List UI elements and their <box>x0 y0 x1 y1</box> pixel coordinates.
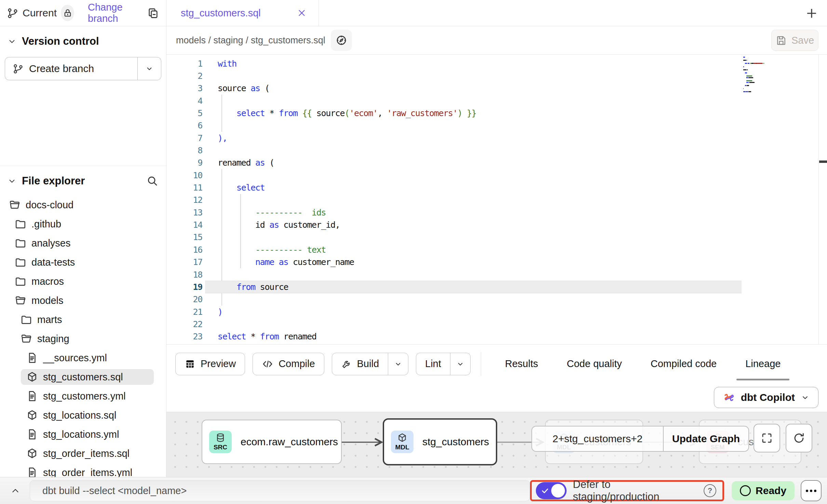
line-number: 2 <box>166 71 205 81</box>
update-graph-button[interactable]: Update Graph <box>664 426 748 451</box>
file-item-macros[interactable]: macros <box>0 272 166 291</box>
defer-toggle[interactable] <box>536 482 567 499</box>
file-item-stg_locations.yml[interactable]: stg_locations.yml <box>0 425 166 444</box>
preview-button[interactable]: Preview <box>175 353 245 375</box>
panel-tab-compiled-code[interactable]: Compiled code <box>636 345 731 383</box>
dbt-copilot-logo-icon <box>722 391 735 404</box>
panel-tab-lineage[interactable]: Lineage <box>731 345 795 383</box>
file-item-label: analyses <box>31 238 70 249</box>
file-item-data-tests[interactable]: data-tests <box>0 253 166 272</box>
file-item-stg_locations.sql[interactable]: stg_locations.sql <box>0 406 166 425</box>
more-options-button[interactable] <box>801 480 822 501</box>
file-item-analyses[interactable]: analyses <box>0 234 166 253</box>
help-icon[interactable]: ? <box>704 484 716 497</box>
folder-icon <box>15 218 26 230</box>
file-item-models[interactable]: models <box>0 291 166 310</box>
lint-dropdown[interactable] <box>450 353 470 375</box>
save-icon <box>776 35 787 46</box>
close-icon[interactable] <box>297 8 307 18</box>
lineage-panel[interactable]: SRCecom.raw_customersMDLstg_customersMDL… <box>166 412 827 477</box>
file-icon <box>26 390 38 402</box>
file-item-label: macros <box>31 276 64 287</box>
line-number: 5 <box>166 108 205 118</box>
save-button[interactable]: Save <box>771 30 818 51</box>
change-branch-link[interactable]: Change branch <box>88 2 143 24</box>
model-navigate-button[interactable] <box>331 30 352 51</box>
model-icon <box>26 448 38 459</box>
version-control-section: Version control Create branch <box>0 26 166 166</box>
editor-scrollbar[interactable] <box>818 55 827 344</box>
lineage-node-stg_customers[interactable]: MDLstg_customers <box>383 418 497 465</box>
file-icon <box>26 429 38 440</box>
compass-icon <box>335 34 348 46</box>
code-editor[interactable]: 1with23source as (45 select * from {{ so… <box>166 55 827 344</box>
line-number: 19 <box>166 282 205 292</box>
code-icon <box>262 358 273 370</box>
file-item-stg_customers.sql[interactable]: stg_customers.sql <box>0 367 166 387</box>
scrollbar-thumb[interactable] <box>819 160 827 163</box>
line-number: 23 <box>166 332 205 341</box>
build-dropdown[interactable] <box>388 353 408 375</box>
line-number: 6 <box>166 121 205 130</box>
command-input[interactable]: dbt build --select <model_name> <box>30 480 530 501</box>
search-icon[interactable] <box>146 175 159 187</box>
code-line-10: 10 <box>166 169 742 181</box>
status-bar: dbt build --select <model_name> Defer to… <box>0 477 827 504</box>
model-icon <box>26 371 38 383</box>
file-explorer-header[interactable]: File explorer <box>0 166 166 191</box>
file-item-stg_order_items.sql[interactable]: stg_order_items.sql <box>0 444 166 463</box>
code-line-22: 22 <box>166 318 742 330</box>
line-number: 14 <box>166 220 205 230</box>
build-button[interactable]: Build <box>332 353 388 375</box>
file-item-label: marts <box>37 314 62 325</box>
new-tab-button[interactable] <box>804 5 819 21</box>
build-button-group[interactable]: Build <box>332 353 409 375</box>
code-line-20: 20 <box>166 293 742 306</box>
file-item-label: docs-cloud <box>26 199 73 211</box>
code-line-4: 4 <box>166 95 742 107</box>
file-item-staging[interactable]: staging <box>0 329 166 348</box>
line-number: 11 <box>166 183 205 193</box>
compile-button[interactable]: Compile <box>253 353 324 375</box>
save-label: Save <box>791 35 814 46</box>
file-item-marts[interactable]: marts <box>0 310 166 329</box>
collapse-panel-button[interactable] <box>7 486 24 496</box>
tab-stg-customers[interactable]: stg_customers.sql <box>166 0 319 26</box>
copy-icon[interactable] <box>147 7 159 19</box>
file-item-stg_customers.yml[interactable]: stg_customers.yml <box>0 387 166 406</box>
minimap[interactable] <box>743 57 815 93</box>
panel-tab-code-quality[interactable]: Code quality <box>553 345 636 383</box>
panel-tab-results[interactable]: Results <box>491 345 553 383</box>
copilot-row: dbt Copilot <box>166 383 827 412</box>
chevron-down-icon <box>8 177 16 185</box>
file-item-label: .github <box>31 219 61 230</box>
lineage-node-ecom.raw_customers[interactable]: SRCecom.raw_customers <box>202 420 342 464</box>
file-explorer-title: File explorer <box>22 175 85 187</box>
folder-open-icon <box>21 333 32 345</box>
graph-selector-input[interactable]: 2+stg_customers+2 <box>532 426 664 451</box>
lint-button[interactable]: Lint <box>416 353 450 375</box>
file-item-__sources.yml[interactable]: __sources.yml <box>0 348 166 367</box>
code-line-1: 1with <box>166 57 742 70</box>
line-number: 20 <box>166 294 205 304</box>
refresh-button[interactable] <box>786 424 812 452</box>
line-number: 1 <box>166 59 205 69</box>
folder-icon <box>15 237 26 249</box>
line-number: 7 <box>166 133 205 143</box>
file-item-docs-cloud[interactable]: docs-cloud <box>0 195 166 214</box>
dbt-copilot-button[interactable]: dbt Copilot <box>714 387 818 408</box>
line-number: 9 <box>166 158 205 168</box>
line-number: 18 <box>166 270 205 280</box>
create-branch-dropdown[interactable] <box>137 57 161 80</box>
file-item-label: staging <box>37 333 69 345</box>
create-branch-button[interactable]: Create branch <box>5 57 161 80</box>
lint-button-group[interactable]: Lint <box>416 353 471 375</box>
file-item-.github[interactable]: .github <box>0 214 166 234</box>
defer-label: Defer to staging/production <box>573 478 697 503</box>
file-item-label: models <box>31 295 64 306</box>
fullscreen-button[interactable] <box>754 424 780 452</box>
src-badge: SRC <box>209 431 232 453</box>
line-number: 16 <box>166 245 205 255</box>
version-control-header[interactable]: Version control <box>0 26 166 51</box>
panel-tabs: ResultsCode qualityCompiled codeLineage <box>491 345 795 383</box>
